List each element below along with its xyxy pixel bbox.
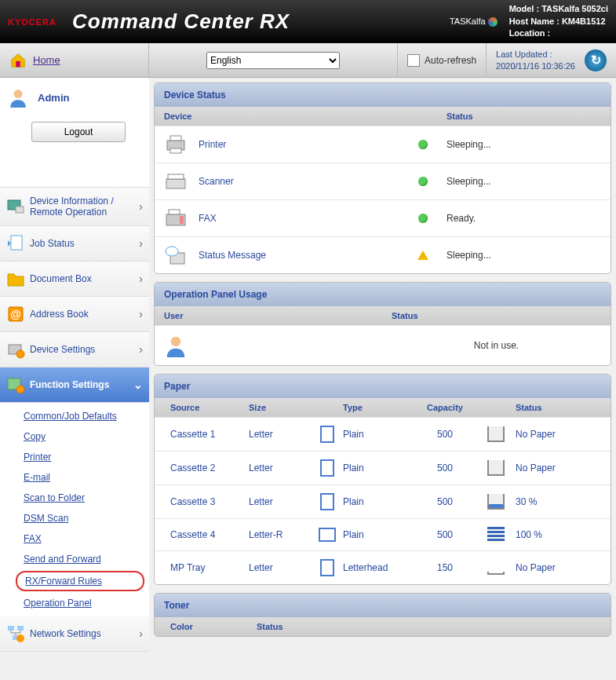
chevron-down-icon: ⌄: [133, 378, 143, 391]
tray-empty-icon: [487, 426, 505, 442]
panel-title: Paper: [155, 375, 611, 398]
host-info: Model : TASKalfa 5052ci Host Name : KM4B…: [509, 3, 608, 39]
svg-point-8: [16, 350, 24, 358]
table-header: Device Status: [155, 107, 611, 126]
content-area: Device Status Device Status Printer Slee…: [149, 78, 616, 652]
language-select[interactable]: English: [206, 52, 340, 69]
paper-type: Plain: [343, 462, 414, 473]
sub-send-forward[interactable]: Send and Forward: [0, 549, 149, 569]
paper-size: Letter: [249, 496, 312, 507]
paper-orientation-icon: [320, 459, 334, 477]
svg-text:@: @: [10, 308, 21, 320]
device-status-panel: Device Status Device Status Printer Slee…: [154, 82, 611, 274]
sub-fax[interactable]: FAX: [0, 528, 149, 549]
table-header: User Status: [155, 306, 611, 325]
nav-label: Device Information / Remote Operation: [30, 196, 139, 218]
paper-type: Plain: [343, 529, 414, 540]
paper-source: MP Tray: [170, 562, 249, 573]
paper-status: No Paper: [516, 562, 601, 573]
sub-common-defaults[interactable]: Common/Job Defaults: [0, 406, 149, 426]
address-book-icon: @: [6, 305, 25, 324]
tray-full-icon: [487, 527, 505, 543]
svg-point-25: [171, 337, 181, 347]
nav-network-settings[interactable]: Network Settings ›: [0, 616, 149, 652]
paper-source: Cassette 3: [170, 496, 249, 507]
home-link[interactable]: Home: [33, 54, 60, 66]
paper-status: No Paper: [516, 462, 601, 473]
nav-device-settings[interactable]: Device Settings ›: [0, 332, 149, 367]
paper-row: Cassette 4Letter-RPlain500100 %: [155, 518, 611, 550]
tray-flat-icon: [487, 572, 505, 575]
paper-size: Letter: [249, 562, 312, 573]
sidebar: Admin Logout Device Information / Remote…: [0, 78, 149, 652]
chevron-right-icon: ›: [139, 200, 143, 213]
nav-document-box[interactable]: Document Box ›: [0, 261, 149, 297]
paper-orientation-icon: [320, 493, 334, 510]
top-toolbar: Home English Auto-refresh Last Updated :…: [0, 43, 616, 78]
svg-rect-12: [17, 626, 24, 631]
paper-row: Cassette 1LetterPlain500No Paper: [155, 417, 611, 451]
product-title: Command Center RX: [72, 9, 450, 34]
logout-button[interactable]: Logout: [31, 122, 126, 142]
paper-status: No Paper: [516, 429, 601, 440]
printer-icon: [164, 134, 188, 155]
home-icon: [9, 52, 27, 69]
paper-type: Plain: [343, 429, 414, 440]
svg-rect-4: [11, 236, 22, 250]
chevron-right-icon: ›: [139, 237, 143, 250]
refresh-button[interactable]: [585, 49, 607, 71]
document-stack-icon: [6, 234, 25, 253]
toner-panel: Toner Color Status: [154, 593, 611, 637]
svg-rect-21: [169, 210, 180, 214]
paper-orientation-icon: [320, 426, 334, 443]
paper-size: Letter: [249, 429, 312, 440]
svg-point-10: [16, 386, 24, 393]
paper-source: Cassette 2: [170, 462, 249, 473]
paper-type: Plain: [343, 496, 414, 507]
sub-email[interactable]: E-mail: [0, 467, 149, 488]
sub-rx-forward-rules[interactable]: RX/Forward Rules: [16, 571, 144, 591]
nav-label: Document Box: [30, 273, 92, 284]
svg-rect-3: [16, 207, 24, 213]
brand-logo: KYOCERA: [8, 17, 56, 27]
sub-copy[interactable]: Copy: [0, 426, 149, 447]
color-wheel-icon: [488, 17, 498, 27]
nav-label: Device Settings: [30, 344, 95, 355]
function-gear-icon: [6, 375, 25, 394]
sub-dsm-scan[interactable]: DSM Scan: [0, 508, 149, 528]
nav-job-status[interactable]: Job Status ›: [0, 226, 149, 261]
nav-device-info[interactable]: Device Information / Remote Operation ›: [0, 188, 149, 226]
username: Admin: [38, 92, 69, 104]
nav-label: Function Settings: [30, 379, 109, 390]
nav-label: Network Settings: [30, 628, 101, 639]
svg-point-24: [166, 247, 178, 256]
sub-printer[interactable]: Printer: [0, 447, 149, 467]
printer-gear-icon: [6, 340, 25, 359]
status-warning-icon: [417, 250, 428, 260]
fax-icon: [164, 208, 188, 228]
sub-scan-folder[interactable]: Scan to Folder: [0, 488, 149, 508]
tray-partial-icon: [487, 494, 505, 510]
paper-size: Letter: [249, 462, 312, 473]
scanner-icon: [164, 171, 188, 192]
status-message-icon: [164, 245, 188, 265]
monitor-icon: [6, 197, 25, 216]
product-name: Command Center: [72, 9, 253, 33]
paper-source: Cassette 1: [170, 429, 249, 440]
svg-rect-11: [8, 626, 14, 631]
sub-operation-panel[interactable]: Operation Panel: [0, 593, 149, 613]
panel-title: Toner: [155, 594, 611, 617]
nav-address-book[interactable]: @ Address Book ›: [0, 297, 149, 332]
panel-title: Operation Panel Usage: [155, 283, 611, 306]
product-suffix: RX: [260, 9, 290, 33]
chevron-right-icon: ›: [139, 627, 143, 640]
status-ok-icon: [418, 214, 428, 223]
user-icon: [8, 87, 28, 108]
network-gear-icon: [6, 624, 25, 643]
nav-label: Address Book: [30, 309, 89, 320]
paper-size: Letter-R: [249, 529, 312, 540]
nav-label: Job Status: [30, 238, 75, 249]
auto-refresh-checkbox[interactable]: [407, 54, 420, 67]
nav-function-settings[interactable]: Function Settings ⌄: [0, 367, 149, 403]
function-settings-submenu: Common/Job Defaults Copy Printer E-mail …: [0, 403, 149, 616]
